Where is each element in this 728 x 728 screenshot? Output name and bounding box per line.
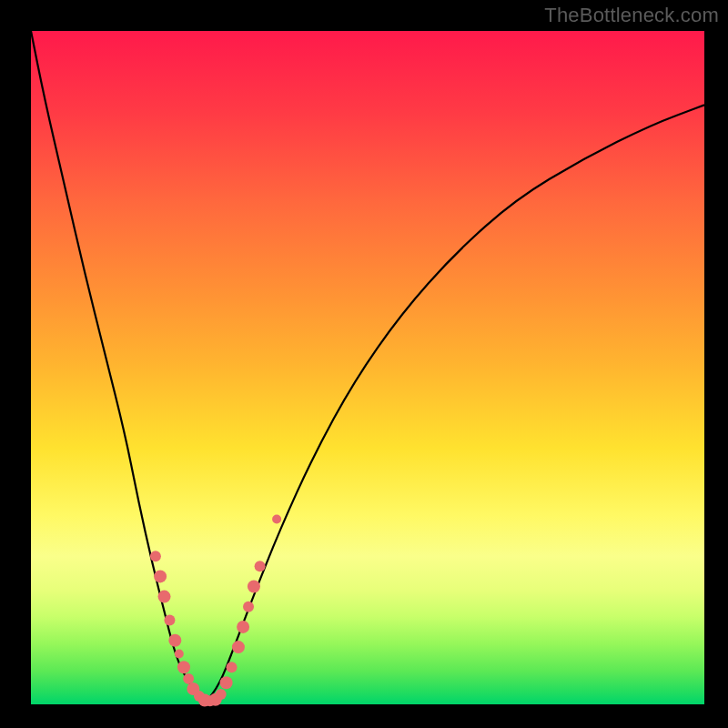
scatter-dot xyxy=(232,641,245,653)
plot-area xyxy=(31,31,704,704)
left-branch-path xyxy=(31,31,206,703)
scatter-dot xyxy=(243,602,254,612)
curve-layer xyxy=(31,31,704,704)
scatter-dot xyxy=(255,561,266,571)
chart-frame: TheBottleneck.com xyxy=(0,0,728,728)
scatter-dot xyxy=(237,621,249,633)
scatter-dot xyxy=(177,661,190,673)
scatter-dot xyxy=(158,591,171,603)
scatter-dot xyxy=(248,581,260,593)
scatter-dot xyxy=(164,615,175,626)
scatter-dot xyxy=(227,662,238,672)
scatter-dot xyxy=(216,689,227,700)
watermark-text: TheBottleneck.com xyxy=(544,4,719,27)
scatter-dot xyxy=(150,551,161,561)
scatter-dots xyxy=(150,515,281,707)
scatter-dot xyxy=(154,570,167,582)
right-branch-path xyxy=(206,105,704,702)
scatter-dot xyxy=(220,676,233,689)
scatter-dot xyxy=(175,650,184,659)
scatter-dot xyxy=(168,634,181,647)
scatter-dot xyxy=(272,515,281,524)
